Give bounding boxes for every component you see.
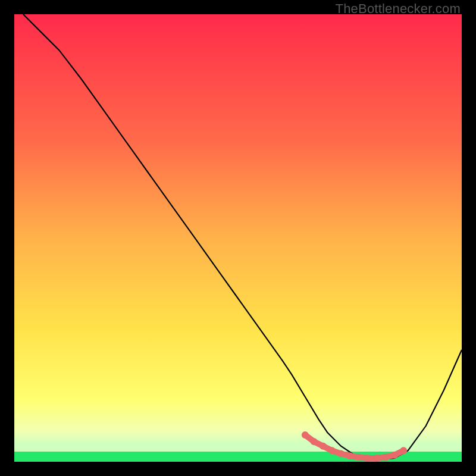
gradient-background	[14, 14, 462, 462]
bottleneck-chart	[14, 14, 462, 462]
optimal-segment	[394, 450, 403, 455]
chart-frame	[14, 14, 462, 462]
